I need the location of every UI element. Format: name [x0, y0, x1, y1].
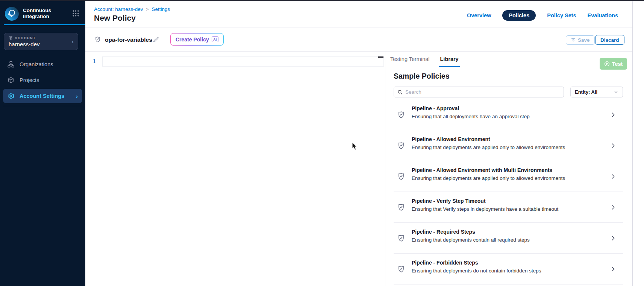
- chevron-right-icon[interactable]: [610, 173, 617, 180]
- create-policy-label: Create Policy: [176, 37, 209, 43]
- chevron-right-icon[interactable]: [610, 204, 617, 211]
- product-name: Continuous Integration: [23, 8, 51, 20]
- save-button[interactable]: Save: [566, 35, 595, 45]
- discard-label: Discard: [600, 37, 619, 43]
- shield-check-icon: [397, 141, 406, 150]
- cube-icon: [7, 76, 15, 84]
- policy-search[interactable]: [394, 87, 564, 97]
- product-header: Continuous Integration: [5, 5, 82, 22]
- policy-name: opa-for-variables: [105, 37, 152, 43]
- policy-description: Ensuring that deployments do not contain…: [412, 268, 541, 274]
- policy-description: Ensuring that deployments are applied on…: [412, 175, 565, 181]
- chevron-down-icon: [614, 90, 618, 94]
- breadcrumb-settings-link[interactable]: Settings: [152, 6, 170, 12]
- window-top-strip: [0, 0, 644, 1]
- policy-list-item[interactable]: Pipeline - Forbidden Steps Ensuring that…: [394, 254, 623, 284]
- chevron-right-icon[interactable]: [610, 142, 617, 149]
- main-content: Account: harness-dev > Settings New Poli…: [85, 1, 632, 286]
- tab-evaluations[interactable]: Evaluations: [588, 12, 618, 18]
- chevron-right-icon[interactable]: [610, 111, 617, 118]
- sidebar-item-account-settings[interactable]: Account Settings ›: [3, 89, 82, 103]
- ai-badge: AI: [212, 37, 218, 42]
- breadcrumb: Account: harness-dev > Settings: [94, 6, 170, 12]
- page-title: New Policy: [94, 14, 136, 23]
- policy-toolbar: opa-for-variables Create Policy AI Save …: [85, 27, 632, 52]
- policy-code-editor[interactable]: 1: [85, 52, 385, 286]
- harness-ci-logo: [5, 7, 19, 21]
- save-label: Save: [578, 37, 590, 43]
- sidebar-nav: Organizations Projects Account Settings …: [3, 57, 82, 105]
- policy-title: Pipeline - Forbidden Steps: [412, 260, 478, 266]
- tab-policies[interactable]: Policies: [502, 10, 536, 21]
- editor-line-number: 1: [92, 58, 96, 65]
- org-chart-icon: [7, 61, 15, 68]
- policy-description: Ensuring that Verify steps in deployment…: [412, 206, 558, 212]
- policy-list-item[interactable]: Pipeline - Verify Step Timeout Ensuring …: [394, 192, 623, 223]
- breadcrumb-account-link[interactable]: Account: harness-dev: [94, 6, 143, 12]
- create-policy-button[interactable]: Create Policy AI: [170, 33, 224, 46]
- shield-check-icon: [94, 36, 102, 43]
- account-selector[interactable]: ACCOUNT harness-dev ›: [4, 33, 78, 50]
- sidebar-item-organizations[interactable]: Organizations: [3, 57, 82, 72]
- shield-check-icon: [397, 265, 406, 274]
- tab-policy-sets[interactable]: Policy Sets: [547, 12, 576, 18]
- account-name: harness-dev: [9, 41, 73, 47]
- sidebar-accent-line: [4, 24, 85, 25]
- upload-icon: [571, 38, 576, 43]
- policy-title: Pipeline - Verify Step Timeout: [412, 198, 486, 204]
- sample-policies-heading: Sample Policies: [394, 72, 450, 81]
- policy-description: Ensuring that deployments are applied on…: [412, 145, 565, 150]
- policy-list-item[interactable]: Pipeline - Required Steps Ensuring that …: [394, 223, 623, 254]
- policy-title: Pipeline - Allowed Environment: [412, 136, 490, 142]
- layers-icon: [9, 36, 13, 40]
- test-button[interactable]: Test: [600, 58, 627, 70]
- discard-button[interactable]: Discard: [595, 35, 624, 45]
- gear-icon: [7, 92, 15, 100]
- search-input[interactable]: [405, 89, 564, 95]
- policy-description: Ensuring that all deployments have an ap…: [412, 114, 530, 119]
- sidebar: Continuous Integration ACCOUNT harness-d…: [0, 0, 85, 286]
- tab-library[interactable]: Library: [439, 56, 460, 67]
- policy-list-item[interactable]: Pipeline - Allowed Environment with Mult…: [394, 161, 623, 192]
- sidebar-item-label: Account Settings: [20, 93, 64, 99]
- product-name-line1: Continuous: [23, 8, 51, 14]
- test-label: Test: [612, 61, 623, 67]
- entity-filter-dropdown[interactable]: Entity: All: [570, 87, 623, 97]
- editor-current-line[interactable]: [102, 56, 384, 67]
- account-label-row: ACCOUNT: [9, 36, 73, 40]
- tab-testing-terminal[interactable]: Testing Terminal: [389, 56, 431, 67]
- editor-cursor-marker: [378, 56, 383, 58]
- policy-list-item[interactable]: Pipeline - Allowed Environment Ensuring …: [394, 130, 623, 161]
- breadcrumb-separator: >: [146, 7, 149, 12]
- scrollbar-gutter[interactable]: [632, 1, 644, 286]
- entity-filter-value: Entity: All: [575, 89, 597, 95]
- shield-check-icon: [397, 203, 406, 212]
- sidebar-divider: [3, 106, 82, 106]
- search-icon: [397, 90, 403, 95]
- policy-description: Ensuring that deployments contain all re…: [412, 237, 530, 243]
- product-name-line2: Integration: [23, 14, 51, 20]
- chevron-right-icon: ›: [71, 38, 74, 45]
- policy-topnav: Overview Policies Policy Sets Evaluation…: [467, 10, 618, 21]
- library-panel: Testing Terminal Library Test Sample Pol…: [385, 52, 632, 286]
- app-window: Continuous Integration ACCOUNT harness-d…: [0, 0, 644, 286]
- shield-check-icon: [397, 172, 406, 181]
- policy-title: Pipeline - Required Steps: [412, 229, 475, 235]
- chevron-right-icon[interactable]: [610, 235, 617, 242]
- shield-check-icon: [397, 110, 406, 119]
- chevron-right-icon: ›: [76, 93, 78, 99]
- sample-policy-list: Pipeline - Approval Ensuring that all de…: [394, 99, 623, 284]
- policy-title: Pipeline - Approval: [412, 105, 459, 111]
- play-circle-icon: [604, 61, 610, 67]
- sidebar-item-label: Organizations: [20, 61, 53, 67]
- panel-tabs: Testing Terminal Library: [389, 56, 460, 67]
- module-grid-icon[interactable]: [72, 10, 79, 17]
- policy-title: Pipeline - Allowed Environment with Mult…: [412, 167, 552, 173]
- tab-overview[interactable]: Overview: [467, 12, 491, 18]
- sidebar-item-projects[interactable]: Projects: [3, 73, 82, 87]
- policy-list-item[interactable]: Pipeline - Approval Ensuring that all de…: [394, 99, 623, 130]
- account-label: ACCOUNT: [15, 36, 36, 40]
- page-header: Account: harness-dev > Settings New Poli…: [85, 1, 632, 27]
- chevron-right-icon[interactable]: [610, 266, 617, 272]
- edit-pencil-icon[interactable]: [152, 36, 159, 43]
